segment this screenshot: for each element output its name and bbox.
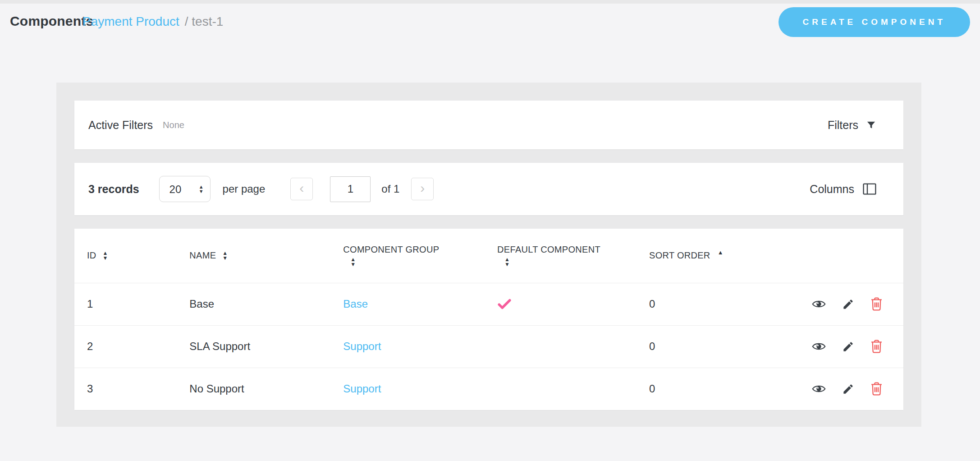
pagination-bar: 3 records 20 ▲ ▼ per page ‹ of 1 › Colum… (74, 163, 903, 215)
active-filters-label: Active Filters (88, 119, 153, 132)
chevron-right-icon: › (420, 181, 425, 195)
column-header-default-component[interactable]: DEFAULT COMPONENT ▲▼ (485, 229, 637, 283)
delete-trash-icon[interactable] (870, 382, 883, 396)
cell-actions (799, 283, 903, 325)
records-count: 3 records (88, 183, 139, 196)
table-row: 1 Base Base 0 (74, 283, 903, 325)
next-page-button[interactable]: › (411, 178, 434, 200)
columns-label: Columns (810, 183, 854, 196)
columns-icon (863, 183, 876, 195)
breadcrumb: Payment Product/ test-1 (82, 14, 223, 29)
column-header-id[interactable]: ID ▲▼ (74, 229, 177, 283)
sort-icon: ▲▼ (103, 251, 108, 261)
table-row: 2 SLA Support Support 0 (74, 325, 903, 368)
delete-trash-icon[interactable] (870, 340, 883, 353)
per-page-label: per page (223, 183, 266, 195)
components-table: ID ▲▼ NAME ▲▼ COMPONENT GROUP ▲▼ (74, 229, 903, 410)
check-icon (497, 298, 637, 310)
edit-pencil-icon[interactable] (842, 341, 854, 353)
cell-sort-order: 0 (637, 325, 799, 368)
view-eye-icon[interactable] (812, 299, 826, 309)
content-panel: Active Filters None Filters 3 records 20… (56, 83, 921, 427)
chevron-left-icon: ‹ (299, 181, 304, 195)
view-eye-icon[interactable] (812, 341, 826, 351)
sort-icon: ▲▼ (504, 257, 510, 267)
per-page-select[interactable]: 20 (159, 176, 211, 202)
column-header-actions (799, 229, 903, 283)
page-input[interactable] (330, 176, 371, 202)
table-row: 3 No Support Support 0 (74, 368, 903, 410)
cell-component-group: Support (330, 368, 485, 410)
table-header-row: ID ▲▼ NAME ▲▼ COMPONENT GROUP ▲▼ (74, 229, 903, 283)
edit-pencil-icon[interactable] (842, 298, 854, 310)
cell-id: 1 (74, 283, 177, 325)
edit-pencil-icon[interactable] (842, 383, 854, 395)
window-top-strip (0, 0, 980, 4)
cell-name: No Support (177, 368, 330, 410)
filters-label: Filters (828, 119, 858, 132)
breadcrumb-current: / test-1 (185, 14, 224, 28)
view-eye-icon[interactable] (812, 384, 826, 394)
cell-actions (799, 368, 903, 410)
filters-toggle[interactable]: Filters (828, 119, 876, 132)
cell-id: 2 (74, 325, 177, 368)
column-header-component-group[interactable]: COMPONENT GROUP ▲▼ (330, 229, 485, 283)
cell-component-group: Support (330, 325, 485, 368)
cell-default-component (485, 283, 637, 325)
cell-name: Base (177, 283, 330, 325)
columns-toggle[interactable]: Columns (810, 183, 876, 196)
cell-default-component (485, 325, 637, 368)
topbar: Components Payment Product/ test-1 CREAT… (0, 4, 980, 83)
column-header-name[interactable]: NAME ▲▼ (177, 229, 330, 283)
sort-icon: ▲▼ (350, 257, 356, 267)
create-component-button[interactable]: CREATE COMPONENT (779, 7, 970, 37)
cell-component-group: Base (330, 283, 485, 325)
page-of-label: of 1 (381, 183, 399, 195)
breadcrumb-link[interactable]: Payment Product (82, 14, 179, 28)
component-group-link[interactable]: Support (343, 383, 381, 395)
cell-actions (799, 325, 903, 368)
cell-name: SLA Support (177, 325, 330, 368)
prev-page-button[interactable]: ‹ (290, 178, 313, 200)
active-filters-bar: Active Filters None Filters (74, 101, 903, 149)
component-group-link[interactable]: Base (343, 298, 368, 310)
component-group-link[interactable]: Support (343, 340, 381, 352)
page-title: Components (10, 14, 93, 29)
sort-icon: ▲▼ (222, 251, 228, 261)
cell-sort-order: 0 (637, 368, 799, 410)
cell-default-component (485, 368, 637, 410)
active-filters-value: None (163, 120, 184, 130)
components-table-card: ID ▲▼ NAME ▲▼ COMPONENT GROUP ▲▼ (74, 229, 903, 410)
filter-funnel-icon (866, 120, 876, 130)
per-page-select-wrap: 20 ▲ ▼ (159, 176, 211, 202)
delete-trash-icon[interactable] (870, 297, 883, 311)
sort-asc-icon: ▲ (718, 249, 724, 256)
column-header-sort-order[interactable]: SORT ORDER▲ (637, 229, 799, 283)
cell-id: 3 (74, 368, 177, 410)
cell-sort-order: 0 (637, 283, 799, 325)
